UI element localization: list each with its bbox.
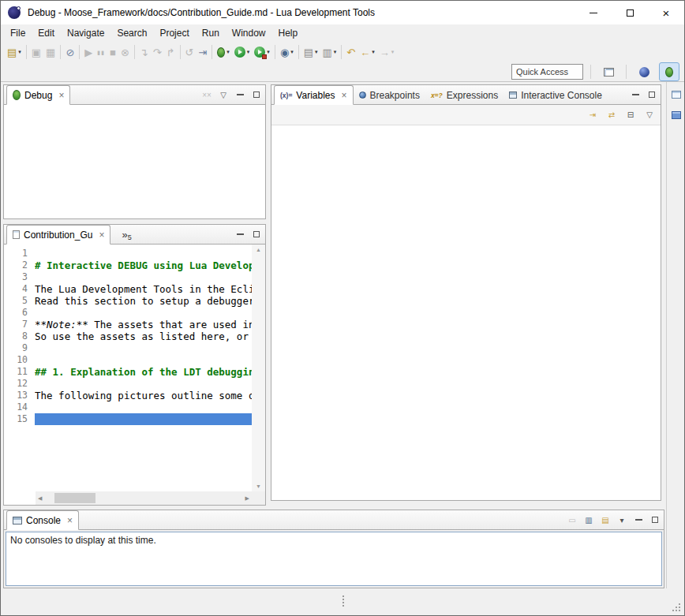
close-tab-icon[interactable]: × bbox=[99, 230, 104, 240]
toolbar-separator bbox=[79, 45, 80, 59]
open-console-dropdown-icon[interactable]: ▾ bbox=[616, 513, 628, 527]
step-over-icon: ↷ bbox=[153, 47, 162, 58]
scrollbar-track[interactable] bbox=[47, 493, 241, 503]
tab-variables[interactable]: (x)= Variables × bbox=[274, 85, 354, 105]
skip-all-breakpoints-icon: ⊘ bbox=[66, 47, 74, 58]
debug-button[interactable]: ▾ bbox=[215, 43, 232, 61]
tab-interactive-console[interactable]: Interactive Console bbox=[503, 86, 608, 104]
scroll-down-icon[interactable]: ▼ bbox=[252, 483, 265, 489]
toolbar-separator bbox=[211, 45, 212, 59]
menu-navigate[interactable]: Navigate bbox=[61, 24, 110, 42]
menu-search[interactable]: Search bbox=[110, 24, 153, 42]
remove-terminated-button: ×× bbox=[200, 88, 213, 102]
search-button[interactable]: ◉▾ bbox=[278, 43, 296, 61]
code-line: 12 bbox=[4, 378, 252, 390]
use-step-filters-button[interactable]: ⇥ bbox=[196, 43, 209, 61]
minimize-view-button[interactable] bbox=[234, 227, 246, 241]
debug-perspective-button[interactable] bbox=[659, 62, 679, 81]
code-line: 11## 1. Explanation of the LDT debuggin bbox=[4, 366, 252, 378]
dropdown-arrow-icon[interactable]: ▾ bbox=[247, 49, 250, 55]
code-editor[interactable]: 1 2# Interactive DEBUG using Lua Develop… bbox=[4, 245, 252, 491]
open-view-button[interactable]: ▥▾ bbox=[320, 43, 339, 61]
editor-vertical-scrollbar[interactable]: ▲ ▼ bbox=[252, 245, 265, 491]
close-button[interactable]: × bbox=[648, 1, 684, 24]
interactive-console-icon bbox=[509, 91, 517, 99]
dropdown-arrow-icon[interactable]: ▾ bbox=[267, 49, 270, 55]
dropdown-arrow-icon[interactable]: ▾ bbox=[334, 49, 337, 55]
show-columns-button[interactable]: ⇄ bbox=[605, 108, 618, 122]
code-text: **Note:** The assets that are used in bbox=[35, 319, 252, 330]
view-menu-button[interactable]: ▽ bbox=[217, 88, 230, 102]
minimize-view-button[interactable] bbox=[632, 513, 645, 527]
menu-edit[interactable]: Edit bbox=[32, 24, 61, 42]
forward-icon: → bbox=[380, 47, 390, 58]
external-tools-button[interactable]: ▾ bbox=[252, 43, 272, 61]
code-line: 2# Interactive DEBUG using Lua Develop bbox=[4, 259, 252, 271]
minimize-view-button[interactable] bbox=[629, 88, 642, 102]
dropdown-arrow-icon[interactable]: ▾ bbox=[372, 49, 375, 55]
display-selected-console-button[interactable]: ▥ bbox=[582, 513, 595, 527]
code-line: 3 bbox=[4, 271, 252, 283]
open-perspective-icon bbox=[604, 68, 614, 77]
view-menu-button[interactable]: ▽ bbox=[643, 108, 656, 122]
window-title: Debug - Moose_Framework/docs/Contributio… bbox=[28, 7, 375, 18]
menu-run[interactable]: Run bbox=[196, 24, 226, 42]
use-step-filters-icon: ⇥ bbox=[198, 47, 207, 58]
maximize-view-button[interactable] bbox=[250, 88, 263, 102]
last-edit-location-button[interactable]: ↶ bbox=[344, 43, 357, 61]
tab-breakpoints[interactable]: Breakpoints bbox=[354, 86, 425, 104]
line-number: 10 bbox=[4, 354, 35, 366]
open-wizard-button[interactable]: ▤▾ bbox=[301, 43, 320, 61]
minimize-button[interactable] bbox=[575, 1, 612, 24]
tab-debug[interactable]: Debug × bbox=[6, 85, 70, 105]
minimized-view-button[interactable] bbox=[669, 109, 683, 121]
tab-contribution-guide[interactable]: Contribution_Gu × bbox=[6, 225, 110, 245]
tab-console[interactable]: Console × bbox=[6, 510, 79, 530]
quick-access-input[interactable]: Quick Access bbox=[511, 64, 583, 80]
scroll-right-icon[interactable]: ▶ bbox=[245, 495, 249, 502]
tab-expressions[interactable]: x=? Expressions bbox=[425, 86, 503, 104]
lua-perspective-button[interactable] bbox=[634, 62, 654, 81]
open-console-button[interactable]: ▤ bbox=[599, 513, 612, 527]
dropdown-arrow-icon[interactable]: ▾ bbox=[18, 49, 21, 55]
restore-view-button[interactable] bbox=[669, 88, 683, 101]
code-line: 7**Note:** The assets that are used in bbox=[4, 319, 252, 330]
minimize-icon bbox=[237, 94, 244, 95]
skip-all-breakpoints-button[interactable]: ⊘ bbox=[63, 43, 77, 61]
forward-button: →▾ bbox=[377, 43, 397, 61]
maximize-view-button[interactable] bbox=[646, 88, 658, 102]
menu-file[interactable]: File bbox=[4, 24, 32, 42]
menu-project[interactable]: Project bbox=[153, 24, 195, 42]
menu-help[interactable]: Help bbox=[272, 24, 305, 42]
maximize-view-button[interactable] bbox=[250, 227, 263, 241]
menu-window[interactable]: Window bbox=[226, 24, 272, 42]
editor-content: 1 2# Interactive DEBUG using Lua Develop… bbox=[4, 245, 265, 505]
close-tab-icon[interactable]: × bbox=[58, 91, 64, 100]
scrollbar-thumb[interactable] bbox=[54, 493, 95, 503]
trim-drag-handle[interactable] bbox=[342, 595, 344, 597]
scroll-left-icon[interactable]: ◀ bbox=[38, 495, 42, 502]
open-perspective-button[interactable] bbox=[598, 62, 619, 81]
external-tools-icon bbox=[254, 47, 265, 58]
show-logical-structures-button[interactable]: ⇥ bbox=[586, 108, 599, 122]
dropdown-arrow-icon[interactable]: ▾ bbox=[290, 49, 294, 55]
new-wizard-button[interactable]: ▤▾ bbox=[5, 43, 24, 61]
scroll-up-icon[interactable]: ▲ bbox=[252, 247, 265, 252]
toolbar-separator bbox=[298, 45, 299, 59]
minimize-view-button[interactable] bbox=[234, 88, 246, 102]
dropdown-arrow-icon[interactable]: ▾ bbox=[315, 49, 318, 55]
line-number: 5 bbox=[4, 295, 35, 307]
maximize-button[interactable] bbox=[612, 1, 648, 24]
back-button[interactable]: ←▾ bbox=[357, 43, 377, 61]
editor-horizontal-scrollbar[interactable]: ◀ ▶ bbox=[36, 491, 252, 505]
maximize-view-button[interactable] bbox=[649, 513, 661, 527]
close-tab-icon[interactable]: × bbox=[67, 516, 73, 525]
dropdown-arrow-icon[interactable]: ▾ bbox=[226, 49, 230, 55]
code-line: 14 bbox=[4, 401, 252, 413]
minimize-icon bbox=[237, 233, 244, 235]
collapse-all-button[interactable]: ⊟ bbox=[624, 108, 637, 122]
tab-overflow-button[interactable]: » 5 bbox=[122, 225, 131, 244]
run-button[interactable]: ▾ bbox=[232, 43, 253, 61]
resize-grip[interactable] bbox=[679, 610, 680, 611]
close-tab-icon[interactable]: × bbox=[342, 91, 347, 100]
